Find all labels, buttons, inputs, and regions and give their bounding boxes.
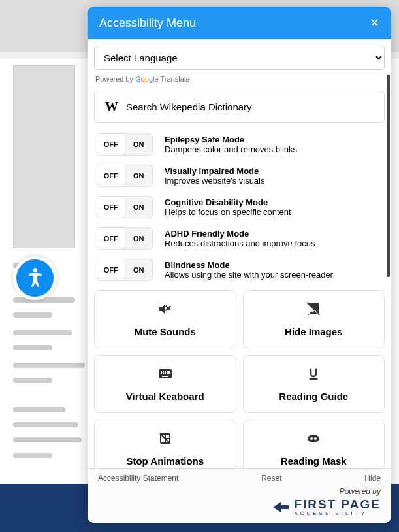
feature-tile[interactable]: Reading Mask — [243, 420, 385, 468]
tile-label: Reading Guide — [279, 391, 348, 402]
toggle-off[interactable]: OFF — [97, 228, 125, 249]
toggle-row: OFFONBlindness ModeAllows using the site… — [94, 259, 385, 281]
toggle-on[interactable]: ON — [125, 197, 153, 218]
toggle-switch[interactable]: OFFON — [97, 165, 153, 187]
toggle-text: Epilepsy Safe ModeDampens color and remo… — [165, 135, 382, 154]
feature-tile[interactable]: Mute Sounds — [94, 290, 236, 348]
feature-tile[interactable]: Hide Images — [243, 290, 385, 348]
brand-arrow-icon — [272, 501, 290, 514]
toggle-on[interactable]: ON — [125, 228, 153, 249]
toggle-switch[interactable]: OFFON — [97, 196, 153, 218]
toggle-off[interactable]: OFF — [97, 165, 125, 186]
feature-tile[interactable]: Virtual Keaboard — [94, 355, 236, 413]
wikipedia-placeholder: Search Wikepedia Dictionary — [126, 101, 252, 112]
toggle-switch[interactable]: OFFON — [97, 133, 153, 156]
stop-animations-icon — [157, 431, 173, 449]
language-select[interactable]: Select Language — [94, 46, 385, 70]
toggle-text: Visually Impaired ModeImproves website's… — [165, 166, 382, 186]
toggle-row: OFFONCognitive Disability ModeHelps to f… — [94, 196, 385, 218]
toggle-on[interactable]: ON — [125, 259, 153, 280]
accessibility-modal: Accessibility Menu ✕ Select Language Pow… — [88, 7, 391, 523]
tile-label: Virtual Keaboard — [126, 391, 204, 402]
accessibility-launcher-button[interactable] — [13, 256, 57, 300]
reset-link[interactable]: Reset — [261, 474, 281, 483]
tile-label: Stop Animations — [126, 456, 204, 467]
first-page-brand: FIRST PAGE ACCESSIBILITY — [98, 497, 381, 516]
powered-by-label: Powered by — [98, 487, 381, 496]
mute-icon — [157, 301, 173, 320]
toggle-off[interactable]: OFF — [97, 197, 125, 218]
toggle-switch[interactable]: OFFON — [97, 259, 153, 281]
hide-image-icon — [306, 301, 321, 320]
toggle-off[interactable]: OFF — [97, 259, 125, 280]
toggle-row: OFFONEpilepsy Safe ModeDampens color and… — [94, 133, 385, 156]
toggle-text: Blindness ModeAllows using the site with… — [165, 260, 382, 280]
underline-icon — [306, 366, 321, 384]
modal-header: Accessibility Menu ✕ — [88, 7, 391, 39]
feature-tile[interactable]: Reading Guide — [243, 355, 385, 413]
modal-title: Accessibility Menu — [99, 16, 196, 30]
svg-point-0 — [33, 268, 37, 272]
toggle-off[interactable]: OFF — [97, 134, 125, 155]
close-icon[interactable]: ✕ — [370, 16, 379, 30]
accessibility-statement-link[interactable]: Accessibility Statement — [98, 474, 178, 483]
toggle-switch[interactable]: OFFON — [97, 227, 153, 250]
toggle-on[interactable]: ON — [125, 134, 153, 155]
wikipedia-icon: W — [105, 99, 118, 114]
tile-label: Reading Mask — [281, 456, 347, 467]
tile-label: Mute Sounds — [135, 326, 196, 337]
toggle-text: ADHD Friendly ModeReduces distractions a… — [165, 229, 382, 248]
wikipedia-search[interactable]: W Search Wikepedia Dictionary — [94, 91, 385, 123]
mask-icon — [306, 431, 321, 449]
tile-label: Hide Images — [285, 326, 342, 337]
scrollbar[interactable] — [387, 75, 390, 277]
powered-by-translate: Powered by Google Translate — [94, 70, 385, 91]
feature-tile[interactable]: Stop Animations — [94, 420, 236, 468]
keyboard-icon — [157, 366, 173, 384]
toggle-text: Cognitive Disability ModeHelps to focus … — [165, 197, 382, 217]
toggle-on[interactable]: ON — [125, 165, 153, 186]
modal-body[interactable]: Select Language Powered by Google Transl… — [88, 39, 391, 468]
modal-footer: Accessibility Statement Reset Hide Power… — [88, 468, 391, 523]
toggle-row: OFFONADHD Friendly ModeReduces distracti… — [94, 227, 385, 250]
toggle-row: OFFONVisually Impaired ModeImproves webs… — [94, 165, 385, 187]
hide-link[interactable]: Hide — [364, 474, 381, 483]
